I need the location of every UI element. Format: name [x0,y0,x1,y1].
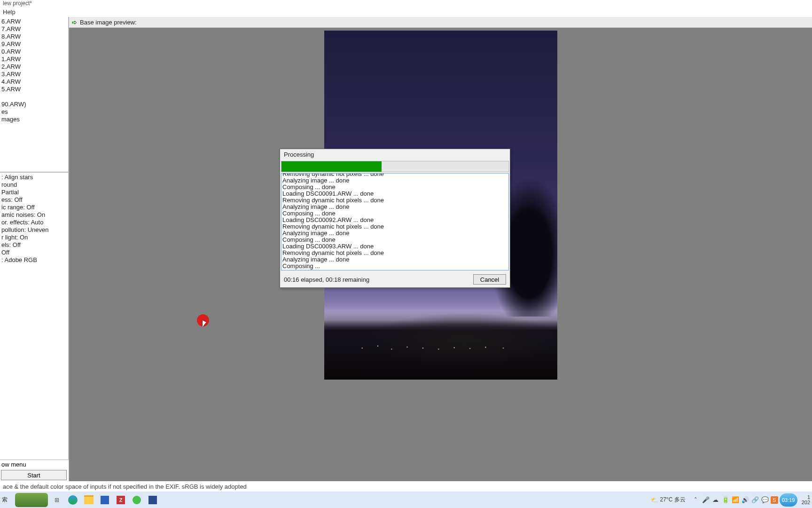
log-line: Removing dynamic hot pixels ... done [282,173,508,177]
list-item[interactable]: 0.ARW [1,48,67,56]
log-line: Analyzing image ... done [282,204,508,210]
link-icon[interactable]: 🔗 [751,496,759,504]
progress-fill [281,161,382,172]
explorer-icon[interactable] [82,493,96,507]
sidebar: 6.ARW 7.ARW 8.ARW 9.ARW 0.ARW 1.ARW 2.AR… [0,17,69,481]
weather-text: 27°C 多云 [660,496,685,504]
setting-row[interactable]: amic noises: On [1,211,67,219]
news-widget[interactable] [15,493,48,507]
message-icon[interactable]: 💬 [761,496,769,504]
battery-icon[interactable]: 🔋 [721,496,730,504]
workflow-menu-link[interactable]: ow menu [0,460,69,469]
task-view-icon[interactable]: ⊞ [50,493,64,507]
list-item[interactable]: 8.ARW [1,33,67,40]
settings-list[interactable]: : Align stars round Partial ess: Off ic … [0,172,69,460]
list-item[interactable]: 2.ARW [1,63,67,71]
list-item[interactable]: 5.ARW [1,86,67,93]
list-item[interactable]: mages [1,116,67,123]
cancel-button[interactable]: Cancel [473,274,506,285]
setting-row[interactable]: : Adobe RGB [1,256,67,264]
tray-expand-icon[interactable]: ˄ [692,496,700,504]
list-item[interactable]: 4.ARW [1,78,67,86]
window-title: lew project* [0,0,812,8]
preview-canvas[interactable]: Processing Removing dynamic hot pixels .… [69,28,812,481]
log-line: Analyzing image ... done [282,256,508,263]
volume-icon[interactable]: 🔊 [741,496,750,504]
processing-dialog: Processing Removing dynamic hot pixels .… [280,149,510,288]
setting-row[interactable]: r light: On [1,234,67,241]
log-line: Composing ... done [282,184,508,190]
setting-row[interactable]: or. effects: Auto [1,219,67,226]
setting-row[interactable]: Off [1,249,67,256]
list-item[interactable]: 7.ARW [1,25,67,33]
search-input[interactable]: 索 [2,496,13,504]
log-line: Removing dynamic hot pixels ... done [282,250,508,256]
log-line: Loading DSC00091.ARW ... done [282,190,508,197]
clock-pill[interactable]: 03:19 [780,493,797,507]
list-item[interactable]: 90.ARW) [1,101,67,108]
dialog-title: Processing [280,149,510,160]
setting-row[interactable]: els: Off [1,241,67,249]
log-line: Removing dynamic hot pixels ... done [282,197,508,204]
store-icon[interactable] [98,493,112,507]
list-item[interactable]: 1.ARW [1,56,67,63]
setting-row[interactable]: ic range: Off [1,204,67,211]
setting-row[interactable]: : Align stars [1,174,67,181]
setting-row[interactable]: Partial [1,189,67,196]
clock[interactable]: 1 202 [802,495,810,505]
list-item[interactable]: es [1,108,67,116]
status-bar: ace & the default color space of inputs … [0,481,812,492]
log-line: Analyzing image ... done [282,177,508,184]
progress-bar [281,161,509,172]
weather-icon: ⛅ [651,497,658,503]
app-icon-red[interactable]: Z [114,493,128,507]
list-item[interactable]: 3.ARW [1,71,67,78]
log-line: Removing dynamic hot pixels ... done [282,223,508,230]
app-icon-current[interactable] [146,493,160,507]
log-line: Composing ... [282,263,508,270]
status-text: ace & the default color space of inputs … [3,483,247,490]
preview-header-label: Base image preview: [80,19,137,26]
arrow-right-icon: ➪ [72,19,77,26]
weather-widget[interactable]: ⛅ 27°C 多云 [651,496,685,504]
log-line: Composing ... done [282,237,508,243]
onedrive-icon[interactable]: ☁ [711,496,720,504]
list-item[interactable]: 9.ARW [1,40,67,48]
cursor-icon [203,320,206,327]
clock-time: 1 [802,495,810,500]
log-line: Composing ... done [282,210,508,217]
file-list[interactable]: 6.ARW 7.ARW 8.ARW 9.ARW 0.ARW 1.ARW 2.AR… [0,17,69,172]
menubar: Help [0,8,812,17]
taskbar: 索 ⊞ Z ⛅ 27°C 多云 ˄ 🎤 ☁ 🔋 📶 🔊 🔗 💬 S 03:19 [0,492,812,508]
log-textarea[interactable]: Removing dynamic hot pixels ... doneAnal… [281,173,509,270]
setting-row[interactable]: round [1,181,67,189]
ime-icon[interactable]: S [771,496,778,504]
menu-help[interactable]: Help [3,8,16,16]
log-line: Loading DSC00093.ARW ... done [282,243,508,250]
start-button[interactable]: Start [1,470,67,480]
edge-icon[interactable] [66,493,80,507]
log-line: Loading DSC00092.ARW ... done [282,217,508,223]
elapsed-remaining-label: 00:16 elapsed, 00:18 remaining [284,276,473,283]
log-line: Analyzing image ... done [282,230,508,237]
mic-icon[interactable]: 🎤 [702,496,710,504]
app-icon-green[interactable] [130,493,144,507]
setting-row[interactable]: ess: Off [1,196,67,204]
wifi-icon[interactable]: 📶 [731,496,740,504]
setting-row[interactable]: pollution: Uneven [1,226,67,234]
clock-date: 202 [802,500,810,505]
preview-header: ➪ Base image preview: [69,17,812,28]
list-item[interactable]: 6.ARW [1,18,67,25]
